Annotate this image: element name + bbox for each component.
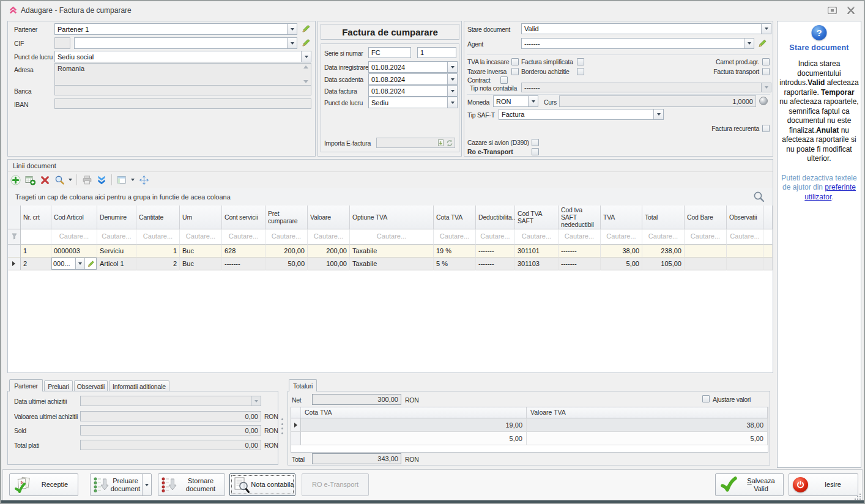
tva-cell[interactable]: 5,00	[301, 432, 527, 445]
column-header[interactable]: Cod TVA SAFT	[515, 206, 559, 229]
edit-pencil-icon[interactable]	[84, 258, 96, 269]
grid-cell[interactable]: -------	[476, 258, 515, 270]
adresa-textarea[interactable]: Romania	[54, 63, 311, 86]
column-header[interactable]: Cod tva SAFT nedeductibil	[559, 206, 601, 229]
grid-cell[interactable]: Articol 1	[97, 258, 136, 270]
ro-etransport-checkbox[interactable]	[532, 148, 539, 155]
nota-contabila-button[interactable]: Nota contabila	[229, 473, 295, 496]
currency-sphere-icon[interactable]	[759, 97, 768, 105]
chevron-down-icon[interactable]	[447, 62, 457, 72]
cif-combo[interactable]	[74, 37, 297, 49]
filter-cell[interactable]: Cautare...	[136, 229, 180, 245]
partener-edit-pencil-icon[interactable]	[300, 23, 311, 34]
group-by-bar[interactable]: Trageti un cap de coloana aici pentru a …	[8, 188, 773, 206]
partener-combo[interactable]: Partener 1	[54, 23, 297, 35]
serie-input[interactable]: FC	[368, 47, 411, 58]
grid-cell[interactable]: 301101	[515, 245, 559, 258]
numar-input[interactable]: 1	[417, 47, 456, 58]
chevron-down-icon[interactable]	[301, 51, 311, 62]
filter-cell[interactable]: Cautare...	[222, 229, 265, 245]
column-header[interactable]: Observatii	[727, 206, 763, 229]
total-plati-field[interactable]: 0,00	[80, 440, 261, 450]
factura-simplificata-checkbox[interactable]	[577, 58, 584, 65]
taxare-inversa-checkbox[interactable]	[511, 68, 519, 75]
tva-cell[interactable]: 38,00	[527, 418, 768, 432]
chevron-down-icon[interactable]	[528, 96, 538, 106]
grid-cell[interactable]: 5 %	[434, 258, 476, 270]
chevron-down-icon[interactable]	[744, 39, 754, 48]
ajustare-checkbox[interactable]	[702, 395, 710, 402]
tab-informatii-aditionale[interactable]: Informatii aditionale	[109, 380, 169, 391]
grid-search-icon[interactable]	[752, 190, 765, 204]
chevron-down-icon[interactable]	[75, 258, 84, 269]
chevron-down-icon[interactable]	[447, 86, 457, 96]
chevron-down-icon[interactable]	[653, 109, 663, 119]
tab-preluari[interactable]: Preluari	[44, 380, 73, 391]
borderou-checkbox[interactable]	[577, 68, 584, 75]
chevron-down-icon[interactable]	[287, 38, 297, 48]
tva-column-header[interactable]: Cota TVA	[301, 407, 527, 418]
banca-field[interactable]	[54, 85, 311, 95]
expand-rows-icon[interactable]	[94, 173, 109, 187]
chevron-down-icon[interactable]	[761, 24, 771, 34]
filter-cell[interactable]: Cautare...	[515, 229, 559, 245]
punct-lucru-combo[interactable]: Sediu social	[54, 51, 311, 62]
column-header[interactable]: Cota TVA	[434, 206, 476, 229]
grid-cell[interactable]: -------	[476, 245, 515, 258]
carnet-prod-checkbox[interactable]	[762, 58, 770, 65]
stornare-button[interactable]: Stornaredocument	[158, 473, 225, 496]
tip-saft-combo[interactable]: Factura	[499, 109, 664, 120]
data-factura-picker[interactable]: 01.08.2024	[368, 85, 458, 97]
grid-cell[interactable]	[685, 258, 727, 270]
filter-cell[interactable]	[21, 229, 51, 245]
chevron-down-icon[interactable]	[447, 97, 457, 108]
contract-checkbox[interactable]	[500, 76, 508, 84]
preluare-button[interactable]: Preluaredocument	[90, 473, 152, 496]
filter-cell[interactable]: Cautare...	[476, 229, 515, 245]
grid-cell[interactable]: 19 %	[434, 245, 476, 258]
agent-edit-pencil-icon[interactable]	[757, 38, 768, 49]
column-header[interactable]: Nr. crt	[21, 206, 51, 229]
refresh-icon[interactable]	[445, 139, 454, 147]
grid-cell[interactable]: 38,00	[601, 245, 642, 258]
tva-column-header[interactable]: Valoare TVA	[527, 407, 768, 418]
filter-cell[interactable]: Cautare...	[434, 229, 476, 245]
moneda-combo[interactable]: RON	[493, 95, 538, 107]
chevron-down-icon[interactable]	[447, 74, 457, 84]
column-header[interactable]: Um	[180, 206, 222, 229]
grid-cell[interactable]: 2	[21, 258, 51, 270]
filter-cell[interactable]: Cautare...	[559, 229, 601, 245]
delete-line-icon[interactable]	[37, 173, 52, 187]
column-header[interactable]: Cod Bare	[685, 206, 727, 229]
layout-dropdown-icon[interactable]	[129, 173, 136, 187]
data-scadenta-picker[interactable]: 01.08.2024	[368, 73, 458, 85]
cif-prefix-box[interactable]	[54, 37, 70, 49]
column-header[interactable]: Cod Articol	[51, 206, 97, 229]
grid-cell[interactable]: Buc	[180, 258, 222, 270]
filter-cell[interactable]: Cautare...	[308, 229, 350, 245]
grid-cell[interactable]: 628	[222, 245, 265, 258]
close-button[interactable]	[847, 7, 855, 15]
column-header[interactable]: Pret cumparare	[265, 206, 308, 229]
iesire-button[interactable]: Iesire	[789, 473, 858, 496]
column-header[interactable]: Cantitate	[136, 206, 180, 229]
column-header[interactable]: TVA	[601, 206, 642, 229]
filter-cell[interactable]: Cautare...	[601, 229, 642, 245]
column-header[interactable]: Total	[642, 206, 685, 229]
cif-edit-pencil-icon[interactable]	[300, 37, 311, 48]
importa-efactura-field[interactable]	[376, 138, 455, 148]
iban-field[interactable]	[54, 98, 311, 109]
chevron-down-icon[interactable]	[287, 24, 297, 34]
import-file-icon[interactable]	[437, 139, 445, 147]
filter-cell[interactable]: Cautare...	[642, 229, 685, 245]
grid-cell[interactable]: 238,00	[642, 245, 685, 258]
column-header[interactable]: Cont servicii	[222, 206, 265, 229]
grid-cell[interactable]	[685, 245, 727, 258]
cazare-checkbox[interactable]	[532, 139, 539, 146]
grid-cell[interactable]: 1	[21, 245, 51, 258]
insert-article-icon[interactable]	[23, 173, 37, 187]
factura-recurenta-checkbox[interactable]	[762, 125, 770, 132]
grid-cell[interactable]	[727, 245, 763, 258]
tva-incasare-checkbox[interactable]	[511, 58, 519, 65]
grid-cell[interactable]: 0000003	[51, 245, 97, 258]
